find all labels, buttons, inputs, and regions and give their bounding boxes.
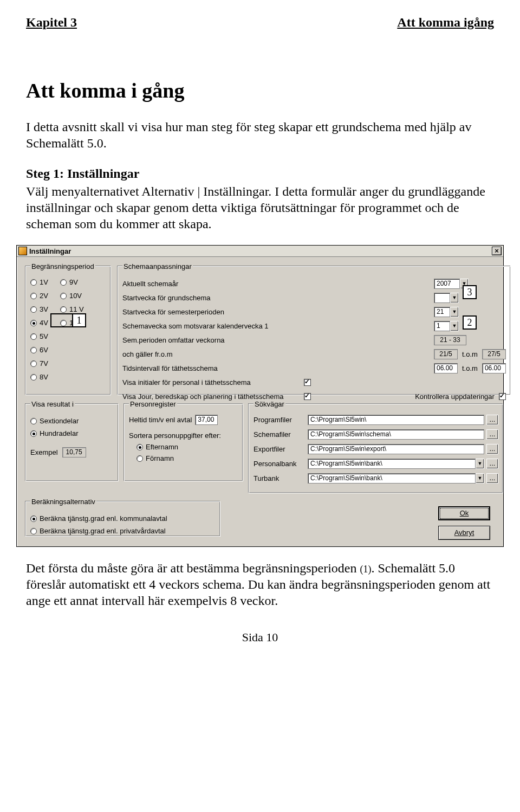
combo-schemavecka[interactable]: 1▼ bbox=[434, 321, 459, 331]
label-galler-from: och gäller fr.o.m bbox=[122, 350, 304, 358]
label-visa-jour: Visa Jour, beredskap och planering i tät… bbox=[122, 392, 304, 401]
readonly-galler-from: 21/5 bbox=[434, 349, 458, 359]
radio-1v[interactable]: 1V bbox=[30, 278, 48, 286]
group-schemaanpassningar: Schemaanpassningar Aktuellt schemaår 200… bbox=[118, 262, 511, 395]
input-tids-to[interactable]: 06.00 bbox=[482, 363, 506, 373]
label-tidsintervall: Tidsintervall för täthetsschema bbox=[122, 364, 304, 372]
group-personregister: Personregister Heltid tim/v enl avtal 37… bbox=[124, 400, 243, 481]
radio-kommunalavtal[interactable]: Beräkna tjänstg.grad enl. kommunalavtal bbox=[30, 514, 216, 523]
radio-6v[interactable]: 6V bbox=[30, 346, 48, 354]
chevron-down-icon[interactable]: ▼ bbox=[450, 307, 459, 317]
radio-11v[interactable]: 11 V bbox=[60, 305, 84, 313]
radio-10v[interactable]: 10V bbox=[60, 292, 84, 300]
input-programfiler[interactable]: C:\Program\Sl5win\ bbox=[308, 415, 484, 425]
group-visa-resultat: Visa resultat i Sextiondelar Hundradelar… bbox=[25, 400, 119, 481]
group-sok-legend: Sökvägar bbox=[253, 400, 285, 408]
label-sem-omfattar: Sem.perioden omfattar veckorna bbox=[122, 336, 304, 344]
settings-screenshot: Inställningar × Begränsningsperiod 1V 2V… bbox=[16, 245, 504, 547]
browse-turbank[interactable]: ... bbox=[486, 473, 498, 484]
label-exempel: Exempel bbox=[30, 448, 58, 456]
cancel-button[interactable]: Avbryt bbox=[438, 526, 490, 540]
label-tom-2: t.o.m bbox=[462, 364, 478, 372]
page-number: Sida 10 bbox=[26, 630, 494, 645]
callout-2: 2 bbox=[463, 315, 477, 330]
combo-turbank[interactable]: C:\Program\Sl5win\bank\▼ bbox=[308, 473, 484, 484]
label-startvecka-semester: Startvecka för semesterperioden bbox=[122, 308, 304, 316]
group-calc-legend: Beräkningsalternativ bbox=[30, 498, 96, 506]
ok-button[interactable]: Ok bbox=[438, 506, 490, 520]
browse-schemafiler[interactable]: ... bbox=[486, 429, 498, 440]
readonly-galler-to: 27/5 bbox=[482, 349, 506, 359]
radio-7v[interactable]: 7V bbox=[30, 359, 48, 368]
browse-personalbank[interactable]: ... bbox=[486, 459, 498, 469]
radio-2v[interactable]: 2V bbox=[30, 292, 48, 300]
step1-paragraph: Välj menyalternativet Alternativ | Instä… bbox=[26, 183, 494, 232]
label-exportfiler: Exportfiler bbox=[253, 445, 308, 453]
callout-3: 3 bbox=[463, 285, 477, 299]
label-schemavecka: Schemavecka som motsvarar kalendervecka … bbox=[122, 322, 304, 330]
radio-3v[interactable]: 3V bbox=[30, 305, 48, 313]
chevron-down-icon[interactable]: ▼ bbox=[450, 321, 459, 331]
label-kontrollera-uppdateringar: Kontrollera uppdateringar bbox=[415, 392, 495, 401]
input-heltid[interactable]: 37,00 bbox=[195, 415, 218, 425]
combo-startvecka-sem[interactable]: 21▼ bbox=[434, 307, 459, 317]
radio-8v[interactable]: 8V bbox=[30, 373, 48, 381]
window-title: Inställningar bbox=[29, 247, 71, 255]
input-exportfiler[interactable]: C:\Program\Sl5win\export\ bbox=[308, 444, 484, 454]
checkbox-kontrollera[interactable] bbox=[499, 393, 506, 400]
label-turbank: Turbank bbox=[253, 474, 308, 482]
group-begransningsperiod: Begränsningsperiod 1V 2V 3V 4V 5V 6V 7V … bbox=[25, 262, 111, 395]
combo-personalbank[interactable]: C:\Program\Sl5win\bank\▼ bbox=[308, 459, 484, 469]
after-paragraph: Det första du måste göra är att bestämma… bbox=[26, 560, 494, 609]
callout-1: 1 bbox=[72, 313, 86, 327]
label-programfiler: Programfiler bbox=[253, 416, 308, 424]
radio-5v[interactable]: 5V bbox=[30, 332, 48, 340]
combo-startvecka-grund[interactable]: ▼ bbox=[434, 293, 459, 303]
chevron-down-icon[interactable]: ▼ bbox=[450, 293, 459, 303]
radio-privatvardavtal[interactable]: Beräkna tjänstg.grad enl. privatvårdavta… bbox=[30, 527, 216, 535]
group-schema-legend: Schemaanpassningar bbox=[122, 262, 193, 270]
browse-programfiler[interactable]: ... bbox=[486, 415, 498, 425]
input-tids-from[interactable]: 06.00 bbox=[434, 363, 458, 373]
app-icon bbox=[18, 247, 27, 255]
readonly-sem-range: 21 - 33 bbox=[434, 335, 466, 345]
header-chapter: Kapitel 3 bbox=[26, 15, 77, 30]
radio-sextiondelar[interactable]: Sextiondelar bbox=[30, 417, 114, 425]
header-section: Att komma igång bbox=[397, 15, 494, 30]
radio-efternamn[interactable]: Efternamn bbox=[136, 443, 238, 451]
radio-9v[interactable]: 9V bbox=[60, 278, 84, 286]
checkbox-visa-jour[interactable] bbox=[304, 393, 311, 400]
group-pers-legend: Personregister bbox=[129, 400, 177, 408]
group-berakningsalternativ: Beräkningsalternativ Beräkna tjänstg.gra… bbox=[25, 498, 220, 537]
group-visa-legend: Visa resultat i bbox=[30, 400, 75, 408]
group-sokvagar: Sökvägar Programfiler C:\Program\Sl5win\… bbox=[249, 400, 503, 493]
label-visa-initialer: Visa initialer för personal i täthetssch… bbox=[122, 378, 304, 386]
label-tom-1: t.o.m bbox=[462, 350, 478, 358]
group-begr-legend: Begränsningsperiod bbox=[30, 262, 95, 270]
label-personalbank: Personalbank bbox=[253, 460, 308, 468]
radio-4v[interactable]: 4V bbox=[30, 319, 48, 327]
input-schemafiler[interactable]: C:\Program\Sl5win\schema\ bbox=[308, 429, 484, 440]
radio-fornamn[interactable]: Förnamn bbox=[136, 454, 238, 462]
label-schemafiler: Schemafiler bbox=[253, 430, 308, 439]
label-sortera: Sortera personuppgifter efter: bbox=[129, 431, 238, 440]
browse-exportfiler[interactable]: ... bbox=[486, 444, 498, 454]
intro-paragraph: I detta avsnitt skall vi visa hur man st… bbox=[26, 119, 494, 151]
readonly-exempel: 10,75 bbox=[62, 447, 86, 457]
chevron-down-icon[interactable]: ▼ bbox=[476, 459, 484, 469]
label-aktuellt-schemaar: Aktuellt schemaår bbox=[122, 280, 304, 288]
page-title: Att komma i gång bbox=[26, 79, 494, 102]
checkbox-visa-initialer[interactable] bbox=[304, 379, 311, 386]
close-button[interactable]: × bbox=[492, 247, 502, 255]
label-heltid: Heltid tim/v enl avtal bbox=[129, 416, 192, 424]
titlebar: Inställningar × bbox=[17, 246, 503, 257]
label-startvecka-grund: Startvecka för grundschema bbox=[122, 294, 304, 302]
step1-heading: Steg 1: Inställningar bbox=[26, 166, 494, 181]
radio-hundradelar[interactable]: Hundradelar bbox=[30, 429, 114, 437]
chevron-down-icon[interactable]: ▼ bbox=[476, 473, 484, 484]
